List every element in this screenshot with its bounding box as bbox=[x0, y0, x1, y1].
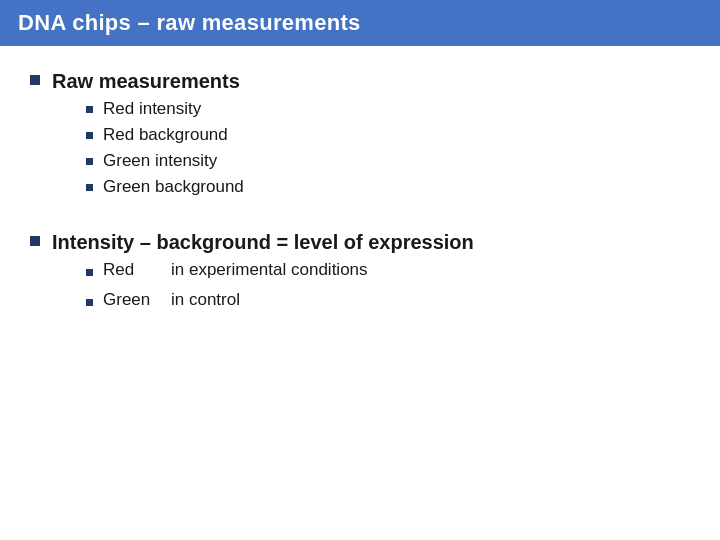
list-item: Red background bbox=[86, 125, 244, 145]
sub-bullet-icon bbox=[86, 106, 93, 113]
sub-item-text: Red intensity bbox=[103, 99, 201, 119]
sub-item-text: Green background bbox=[103, 177, 244, 197]
section1-label: Raw measurements bbox=[52, 70, 240, 92]
expression-desc-green: in control bbox=[171, 290, 240, 310]
list-item: Green intensity bbox=[86, 151, 244, 171]
section2-sublist: Red in experimental conditions Green in … bbox=[86, 260, 474, 314]
sub-bullet-icon bbox=[86, 299, 93, 306]
section1-bullet: Raw measurements Red intensity Red backg… bbox=[30, 70, 690, 213]
sub-item-text: Green intensity bbox=[103, 151, 217, 171]
page-title: DNA chips – raw measurements bbox=[18, 10, 361, 35]
expression-desc-red: in experimental conditions bbox=[171, 260, 368, 280]
color-label-green: Green bbox=[103, 290, 163, 310]
sub-bullet-icon bbox=[86, 269, 93, 276]
bullet-square-2 bbox=[30, 236, 40, 246]
section1-sublist: Red intensity Red background Green inten… bbox=[86, 99, 244, 197]
section2-label: Intensity – background = level of expres… bbox=[52, 231, 474, 253]
sub-item-text: Red background bbox=[103, 125, 228, 145]
section2-bullet: Intensity – background = level of expres… bbox=[30, 231, 690, 330]
sub-bullet-icon bbox=[86, 158, 93, 165]
list-item: Green background bbox=[86, 177, 244, 197]
sub-bullet-icon bbox=[86, 132, 93, 139]
expression-row-red: Red in experimental conditions bbox=[103, 260, 368, 280]
sub-bullet-icon bbox=[86, 184, 93, 191]
color-label-red: Red bbox=[103, 260, 163, 280]
list-item: Red in experimental conditions bbox=[86, 260, 474, 284]
list-item: Red intensity bbox=[86, 99, 244, 119]
bullet-square-1 bbox=[30, 75, 40, 85]
expression-row-green: Green in control bbox=[103, 290, 240, 310]
header: DNA chips – raw measurements bbox=[0, 0, 720, 46]
list-item: Green in control bbox=[86, 290, 474, 314]
main-content: Raw measurements Red intensity Red backg… bbox=[0, 46, 720, 372]
